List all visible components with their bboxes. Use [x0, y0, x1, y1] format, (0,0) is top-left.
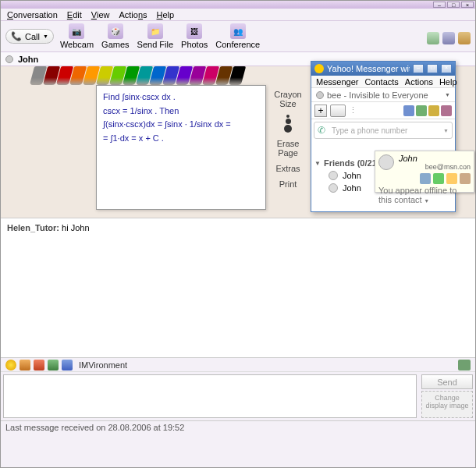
tooltip-action-icon-3[interactable]: [460, 173, 471, 184]
crayon-size-button[interactable]: Crayon Size: [269, 90, 307, 108]
ym-minimize-button[interactable]: –: [413, 64, 424, 73]
font-icon[interactable]: [48, 360, 59, 370]
maximize-button[interactable]: □: [447, 2, 460, 8]
imvironment-label[interactable]: IMVironment: [79, 360, 127, 370]
chat-history: Helen_Tutor: hi John: [1, 218, 475, 358]
sms-button[interactable]: [330, 105, 346, 117]
menu-view[interactable]: View: [91, 10, 110, 20]
ym-menu-messenger[interactable]: Messenger: [316, 77, 358, 87]
weather-icon[interactable]: [428, 105, 439, 116]
plugin-icon-3[interactable]: [458, 32, 471, 44]
ym-menubar: Messenger Contacts Actions Help: [311, 76, 455, 88]
whiteboard-tools: Crayon Size Erase Page Extras Print: [269, 90, 307, 196]
size-dots-icon: [269, 115, 307, 133]
audibles-icon[interactable]: [34, 360, 44, 370]
photos-icon: 🖼: [186, 23, 202, 39]
ym-status-text: bee - Invisible to Everyone: [327, 90, 428, 100]
conference-button[interactable]: 👥Conference: [215, 23, 260, 49]
phone-input[interactable]: ✆ Type a phone number ▼: [314, 122, 453, 139]
main-toolbar: 📞 Call ▼ 📷Webcam🎲Games📁Send File🖼Photos👥…: [1, 21, 475, 52]
crayon-row: [1, 66, 266, 85]
emoticon-icon[interactable]: [5, 360, 16, 370]
addressbook-icon[interactable]: [458, 360, 471, 370]
contact-name-label: John: [343, 171, 361, 180]
phone-call-icon: ✆: [318, 125, 329, 136]
change-display-image-button[interactable]: Change display image: [421, 391, 473, 418]
status-text: Last message received on 28.08.2006 at 1…: [5, 423, 184, 432]
buzz-icon[interactable]: [20, 360, 30, 370]
minimize-button[interactable]: –: [433, 2, 446, 8]
mail-icon[interactable]: [403, 105, 414, 116]
ym-status-bar[interactable]: bee - Invisible to Everyone ▼: [311, 88, 455, 102]
message-sender: Helen_Tutor:: [7, 223, 59, 232]
games-button[interactable]: 🎲Games: [101, 23, 129, 49]
handwriting-line: ∫(sinx·cscx)dx = ∫sinx · 1/sinx dx =: [103, 118, 259, 132]
plugin-icon-2[interactable]: [442, 32, 455, 44]
erase-page-button[interactable]: Erase Page: [269, 139, 307, 158]
contact-avatar-icon: [329, 183, 338, 193]
extras-button[interactable]: Extras: [269, 164, 307, 173]
menu-help[interactable]: Help: [157, 10, 175, 20]
webcam-icon: 📷: [69, 23, 84, 39]
ym-title: Yahoo! Messenger with Voice (BETA): [327, 64, 410, 73]
ym-titlebar[interactable]: Yahoo! Messenger with Voice (BETA) – □ ×: [311, 62, 455, 76]
contact-name-label: John: [343, 183, 361, 193]
send-file-icon: 📁: [147, 23, 163, 39]
chevron-down-icon: ▼: [445, 92, 450, 98]
send-button[interactable]: Send: [421, 374, 473, 389]
tooltip-action-icon-0[interactable]: [420, 173, 431, 184]
menu-conversation[interactable]: Conversation: [7, 10, 58, 20]
main-titlebar: – □ ×: [1, 1, 475, 9]
call-button[interactable]: 📞 Call ▼: [5, 29, 54, 44]
plugin-icon-1[interactable]: [427, 32, 439, 44]
radio-icon[interactable]: [441, 105, 452, 116]
input-area: Send Change display image: [1, 372, 475, 420]
collapse-arrow-icon: ▼: [314, 160, 321, 167]
close-button[interactable]: ×: [461, 2, 474, 8]
main-menubar: Conversation Edit View Actions Help: [1, 9, 475, 21]
menu-actions[interactable]: Actions: [119, 10, 147, 20]
contact-avatar-icon: [329, 171, 338, 180]
contact-tooltip: John bee@msn.con You appear offline to t…: [375, 151, 474, 193]
phone-icon: 📞: [11, 31, 22, 41]
tooltip-action-icon-2[interactable]: [446, 173, 457, 184]
ym-toolbar: + ⋮: [311, 102, 455, 119]
message-input[interactable]: [3, 374, 417, 418]
conference-icon: 👥: [230, 23, 246, 39]
status-indicator-icon: [5, 55, 13, 63]
ym-menu-contacts[interactable]: Contacts: [364, 77, 398, 87]
ym-app-icon: [314, 64, 324, 73]
tooltip-action-icon-1[interactable]: [433, 173, 444, 184]
calendar-icon[interactable]: [416, 105, 427, 116]
ym-menu-help[interactable]: Help: [439, 77, 457, 87]
ym-maximize-button[interactable]: □: [427, 64, 438, 73]
whiteboard-canvas[interactable]: Find ∫sinx·cscx dx .cscx = 1/sinx . Then…: [96, 85, 266, 210]
imvironment-icon[interactable]: [62, 360, 73, 370]
phone-placeholder: Type a phone number: [332, 126, 440, 135]
ym-status-icon: [316, 91, 324, 99]
tooltip-avatar-icon: [378, 154, 394, 170]
status-bar: Last message received on 28.08.2006 at 1…: [1, 420, 475, 434]
tooltip-name: John: [399, 154, 471, 163]
photos-button[interactable]: 🖼Photos: [181, 23, 208, 49]
webcam-button[interactable]: 📷Webcam: [60, 23, 94, 49]
format-bar: IMVironment: [1, 358, 475, 372]
menu-edit[interactable]: Edit: [67, 10, 82, 20]
handwriting-line: Find ∫sinx·cscx dx .: [103, 90, 259, 105]
ym-toolbar-sep[interactable]: ⋮: [349, 105, 357, 116]
tooltip-email: bee@msn.con: [399, 163, 471, 171]
dropdown-arrow-icon: ▼: [43, 34, 48, 39]
chevron-down-icon: ▼: [424, 198, 429, 204]
send-file-button[interactable]: 📁Send File: [137, 23, 173, 49]
print-button[interactable]: Print: [269, 179, 307, 189]
handwriting-line: = ∫1·dx = x + C .: [103, 132, 259, 146]
ym-menu-actions[interactable]: Actions: [405, 77, 433, 87]
group-label: Friends (0/21: [324, 158, 377, 168]
chat-message: Helen_Tutor: hi John: [7, 223, 469, 232]
handwriting-line: cscx = 1/sinx . Then: [103, 105, 259, 119]
message-text: hi John: [59, 223, 90, 232]
add-contact-button[interactable]: +: [314, 105, 327, 117]
phone-dropdown-icon[interactable]: ▼: [443, 128, 449, 133]
contact-name: John: [18, 55, 38, 64]
ym-close-button[interactable]: ×: [441, 64, 452, 73]
